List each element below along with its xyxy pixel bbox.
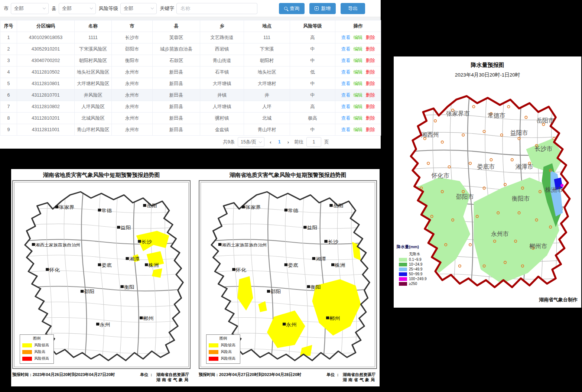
link-view[interactable]: 查看 xyxy=(341,127,351,132)
legend-label: 风险很高 xyxy=(34,356,49,361)
svg-text:郴州: 郴州 xyxy=(329,316,340,321)
legend-swatch xyxy=(399,277,407,281)
chevron-down-icon xyxy=(43,6,46,9)
col-header-place: 地点 xyxy=(244,20,290,32)
link-delete[interactable]: 删除 xyxy=(366,35,375,40)
link-view[interactable]: 查看 xyxy=(341,104,351,109)
chevron-down-icon xyxy=(151,6,154,9)
cell-place: 青山坪村 xyxy=(244,124,290,136)
link-delete[interactable]: 删除 xyxy=(366,46,375,52)
cell-county: 新田县 xyxy=(153,124,200,136)
link-view[interactable]: 查看 xyxy=(341,93,351,98)
cell-no: 4 xyxy=(0,67,17,78)
city-label: 永州市 xyxy=(491,230,509,237)
pagination-total: 共9条 xyxy=(223,139,235,145)
legend-label: 风险较高 xyxy=(34,343,49,348)
precip-subtitle: 2023年4月30日20时-1日20时 xyxy=(394,69,581,78)
cell-code: 43112810802 xyxy=(17,101,75,113)
cell-county: 新田县 xyxy=(153,90,200,101)
city-label: 湘西州 xyxy=(421,131,439,138)
filter-bar: 市 全部 县 全部 风险等级 全部 关键字 查询 新增 xyxy=(0,0,381,17)
legend-label: ≥250 xyxy=(409,282,417,286)
city-select[interactable]: 全部 xyxy=(11,3,49,14)
map-frame: 张家界常德岳阳湘西土家族苗族自治州益阳长沙湘潭株洲娄底怀化邵阳衡阳永州郴州 图例… xyxy=(199,180,377,369)
link-view[interactable]: 查看 xyxy=(341,35,351,40)
col-header-actions: 操作 xyxy=(335,20,381,32)
legend-label: 50~99.9 xyxy=(409,272,422,276)
cell-level: 极高 xyxy=(290,113,335,124)
cell-name: 朝阳村风险区 xyxy=(75,55,112,67)
prev-page-button[interactable]: ‹ xyxy=(267,139,273,145)
city-label: 怀化市 xyxy=(431,172,449,179)
goto-page-input[interactable] xyxy=(306,137,321,147)
link-edit[interactable]: 编辑 xyxy=(354,104,363,109)
link-edit[interactable]: 编辑 xyxy=(354,58,363,63)
cell-town: 金盆镇 xyxy=(200,124,244,136)
precip-title: 降水量预报图 xyxy=(394,56,581,69)
county-select[interactable]: 全部 xyxy=(59,3,96,14)
link-delete[interactable]: 删除 xyxy=(366,58,375,63)
keyword-input[interactable] xyxy=(176,3,257,14)
cell-code: 43040700202 xyxy=(17,55,75,67)
unit-org-2: 湖南省气象局 xyxy=(343,377,376,382)
search-button[interactable]: 查询 xyxy=(279,3,305,14)
link-delete[interactable]: 删除 xyxy=(366,127,375,132)
city-label: 娄底市 xyxy=(477,163,495,170)
current-page[interactable]: 1 xyxy=(277,139,282,145)
svg-text:永州: 永州 xyxy=(99,322,110,327)
link-view[interactable]: 查看 xyxy=(341,116,351,121)
cell-town: 人坪塘镇 xyxy=(200,101,244,113)
risk-level-select[interactable]: 全部 xyxy=(120,3,157,14)
cell-level: 中 xyxy=(290,55,335,67)
link-delete[interactable]: 删除 xyxy=(366,116,375,121)
link-edit[interactable]: 编辑 xyxy=(354,35,363,40)
city-select-value: 全部 xyxy=(14,5,24,12)
legend-swatch xyxy=(22,350,32,354)
cell-town: 青山街道 xyxy=(200,55,244,67)
table-row: 543112810801大坪塘村风险区永州市新田县大坪塘镇大坪塘村中查看编辑删除 xyxy=(0,78,381,90)
table-row: 443112810502地头社区风险区永州市新田县石羊镇地头社区低查看编辑删除 xyxy=(0,67,381,78)
link-delete[interactable]: 删除 xyxy=(366,93,375,98)
table-row: 743112810802人坪风险区永州市新田县人坪塘镇人坪高查看编辑删除 xyxy=(0,101,381,113)
unit-label: 单位 ： xyxy=(326,372,340,383)
table-row: 343040700202朝阳村风险区衡阳市石鼓区青山街道朝阳村中查看编辑删除 xyxy=(0,55,381,67)
svg-text:湘潭: 湘潭 xyxy=(316,256,326,262)
cell-no: 9 xyxy=(0,124,17,136)
link-delete[interactable]: 删除 xyxy=(366,104,375,109)
add-button[interactable]: 新增 xyxy=(309,3,336,14)
next-page-button[interactable]: › xyxy=(285,139,291,145)
city-label: 株洲市 xyxy=(545,186,563,193)
link-delete[interactable]: 删除 xyxy=(366,81,375,86)
page-size-select[interactable]: 15条/页 xyxy=(238,137,264,147)
svg-text:衡阳: 衡阳 xyxy=(124,284,134,289)
svg-text:衡阳: 衡阳 xyxy=(310,284,321,289)
link-edit[interactable]: 编辑 xyxy=(354,93,363,98)
legend-label: 0.1~9.9 xyxy=(409,257,422,262)
cell-no: 5 xyxy=(0,78,17,90)
legend-swatch xyxy=(22,357,32,361)
cell-place: 下宋溪 xyxy=(244,43,290,55)
cell-name: 青山坪村风险区 xyxy=(75,124,112,136)
link-edit[interactable]: 编辑 xyxy=(354,81,363,86)
cell-level: 高 xyxy=(290,32,335,43)
link-edit[interactable]: 编辑 xyxy=(354,116,363,121)
legend-label: 10~24.9 xyxy=(409,262,422,266)
link-view[interactable]: 查看 xyxy=(341,69,351,75)
export-button[interactable]: 导出 xyxy=(341,3,365,14)
link-edit[interactable]: 编辑 xyxy=(354,127,363,132)
legend-swatch xyxy=(399,263,407,266)
link-view[interactable]: 查看 xyxy=(341,58,351,63)
link-view[interactable]: 查看 xyxy=(341,46,351,52)
precip-legend: 降水量(mm) 无降水0.1~9.910~24.925~49.950~99.91… xyxy=(397,244,438,286)
cell-city: 永州市 xyxy=(112,101,153,113)
link-delete[interactable]: 删除 xyxy=(366,69,375,75)
link-edit[interactable]: 编辑 xyxy=(354,46,363,52)
link-view[interactable]: 查看 xyxy=(341,81,351,86)
link-edit[interactable]: 编辑 xyxy=(354,69,363,75)
cell-no: 6 xyxy=(0,90,17,101)
svg-text:娄底: 娄底 xyxy=(288,263,298,268)
legend-swatch xyxy=(209,357,218,361)
table-row: 243052910201下宋溪风险区邵阳市城步苗族自治县西岩镇下宋溪中查看编辑删… xyxy=(0,43,381,55)
cell-actions: 查看编辑删除 xyxy=(335,78,381,90)
cell-city: 永州市 xyxy=(112,90,153,101)
